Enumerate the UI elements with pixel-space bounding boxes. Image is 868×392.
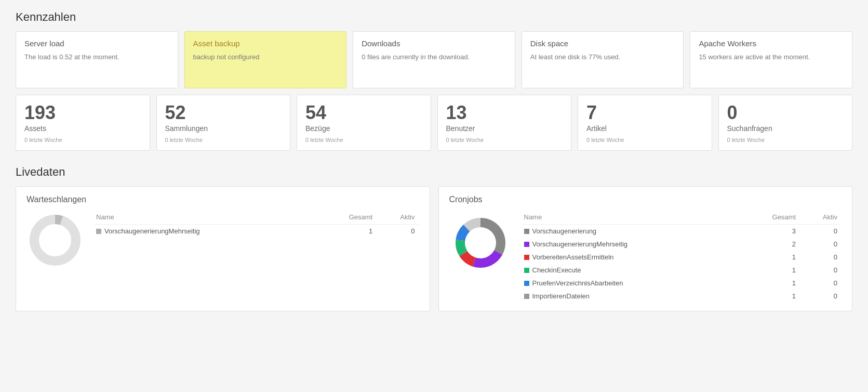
- num-card-sammlungen: 52 Sammlungen 0 letzte Woche: [156, 95, 291, 151]
- num-card-label: Suchanfragen: [727, 124, 844, 133]
- kennzahlen-title: Kennzahlen: [16, 10, 852, 24]
- cj-col-aktiv: Aktiv: [800, 212, 842, 225]
- cronjobs-content: Name Gesamt Aktiv Vorschaugenerierung 3 …: [449, 212, 842, 303]
- livedaten-section: Livedaten Warteschlangen Name: [16, 165, 852, 311]
- wq-col-aktiv: Aktiv: [377, 212, 419, 225]
- table-row: PruefenVerzeichnisAbarbeiten 1 0: [522, 277, 842, 290]
- stat-cards-row: Server load The load is 0.52 at the mome…: [16, 31, 852, 88]
- kennzahlen-section: Kennzahlen Server load The load is 0.52 …: [16, 10, 852, 151]
- cronjobs-table: Name Gesamt Aktiv Vorschaugenerierung 3 …: [522, 212, 842, 303]
- table-row: VorschaugenerierungMehrseitig 1 0: [94, 224, 419, 238]
- stat-card-body: The load is 0.52 at the moment.: [24, 52, 169, 62]
- num-card-sub: 0 letzte Woche: [586, 137, 703, 143]
- table-row: Vorschaugenerierung 3 0: [522, 224, 842, 238]
- cronjobs-panel: Cronjobs Name Gesamt Aktiv: [438, 186, 853, 311]
- livedaten-row: Warteschlangen Name Gesamt: [16, 186, 852, 311]
- livedaten-title: Livedaten: [16, 165, 852, 179]
- num-cards-row: 193 Assets 0 letzte Woche 52 Sammlungen …: [16, 95, 852, 151]
- num-card-benutzer: 13 Benutzer 0 letzte Woche: [437, 95, 572, 151]
- num-card-label: Benutzer: [446, 124, 563, 133]
- stat-card-title: Asset backup: [193, 39, 338, 48]
- num-card-sub: 0 letzte Woche: [165, 137, 282, 143]
- wq-col-gesamt: Gesamt: [316, 212, 377, 225]
- stat-card-disk-space: Disk space At least one disk is 77% used…: [522, 31, 684, 88]
- table-row: ImportierenDateien 1 0: [522, 290, 842, 303]
- table-row: VorbereitenAssetsErmitteln 1 0: [522, 251, 842, 264]
- num-card-number: 193: [24, 102, 141, 123]
- warteschlangen-table: Name Gesamt Aktiv VorschaugenerierungMeh…: [94, 212, 419, 238]
- svg-point-4: [465, 227, 496, 258]
- stat-card-apache-workers: Apache Workers 15 workers are active at …: [690, 31, 852, 88]
- num-card-sub: 0 letzte Woche: [24, 137, 141, 143]
- stat-card-body: 0 files are currently in the download.: [362, 52, 506, 62]
- num-card-number: 52: [165, 102, 282, 123]
- svg-point-2: [42, 227, 68, 253]
- warteschlangen-panel: Warteschlangen Name Gesamt: [16, 186, 430, 311]
- num-card-label: Bezüge: [305, 124, 422, 133]
- stat-card-title: Disk space: [530, 39, 675, 48]
- table-row: CheckinExecute 1 0: [522, 264, 842, 277]
- wq-col-name: Name: [94, 212, 316, 225]
- num-card-bezuge: 54 Bezüge 0 letzte Woche: [297, 95, 431, 151]
- stat-card-server-load: Server load The load is 0.52 at the mome…: [16, 31, 178, 88]
- warteschlangen-donut: [26, 212, 84, 271]
- warteschlangen-content: Name Gesamt Aktiv VorschaugenerierungMeh…: [26, 212, 419, 271]
- stat-card-title: Downloads: [362, 39, 506, 48]
- cj-col-name: Name: [522, 212, 741, 225]
- num-card-sub: 0 letzte Woche: [446, 137, 563, 143]
- num-card-sub: 0 letzte Woche: [727, 137, 844, 143]
- num-card-label: Artikel: [586, 124, 703, 133]
- num-card-label: Assets: [24, 124, 141, 133]
- warteschlangen-title: Warteschlangen: [26, 195, 419, 204]
- num-card-suchanfragen: 0 Suchanfragen 0 letzte Woche: [718, 95, 853, 151]
- stat-card-body: 15 workers are active at the moment.: [699, 52, 844, 62]
- cronjobs-donut: [449, 212, 512, 276]
- num-card-artikel: 7 Artikel 0 letzte Woche: [578, 95, 712, 151]
- stat-card-title: Apache Workers: [699, 39, 844, 48]
- num-card-sub: 0 letzte Woche: [305, 137, 422, 143]
- num-card-number: 7: [586, 102, 703, 123]
- num-card-number: 0: [727, 102, 844, 123]
- stat-card-asset-backup: Asset backup backup not configured: [184, 31, 347, 88]
- stat-card-title: Server load: [24, 39, 169, 48]
- num-card-label: Sammlungen: [165, 124, 282, 133]
- num-card-assets: 193 Assets 0 letzte Woche: [16, 95, 150, 151]
- num-card-number: 13: [446, 102, 563, 123]
- table-row: VorschaugenerierungMehrseitig 2 0: [522, 238, 842, 251]
- cronjobs-title: Cronjobs: [449, 195, 842, 204]
- stat-card-downloads: Downloads 0 files are currently in the d…: [353, 31, 515, 88]
- cj-col-gesamt: Gesamt: [741, 212, 800, 225]
- num-card-number: 54: [305, 102, 422, 123]
- stat-card-body: At least one disk is 77% used.: [530, 52, 675, 62]
- stat-card-body: backup not configured: [193, 52, 338, 62]
